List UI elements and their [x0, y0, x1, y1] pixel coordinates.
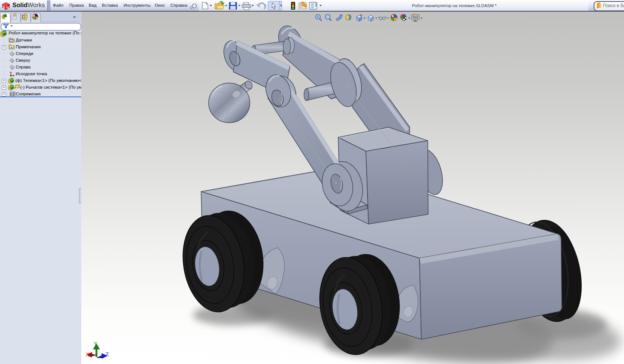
svg-text:A: A [10, 46, 13, 49]
svg-text:S: S [3, 5, 5, 9]
svg-text:Y: Y [94, 341, 97, 347]
svg-text:W: W [6, 6, 10, 10]
svg-text:X: X [86, 352, 90, 358]
svg-text:Z: Z [106, 352, 109, 357]
